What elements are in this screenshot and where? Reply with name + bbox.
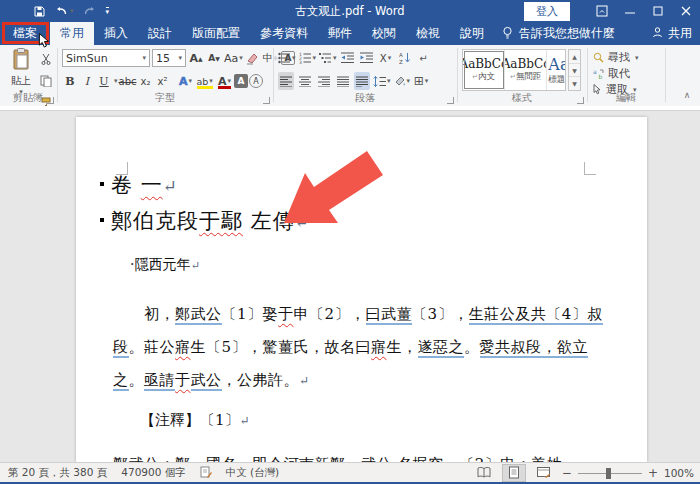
paste-button[interactable]: 貼上 ▾ [8,48,34,93]
align-right-icon[interactable] [316,72,332,90]
word-count-status[interactable]: 470900 個字 [121,466,185,480]
tab-references[interactable]: 參考資料 [250,22,318,45]
document-area: 卷 一↵鄭伯克段于鄢 左傳↵·隱西元年↵初，鄭武公〔1〕娶于申〔2〕，曰武薑〔3… [0,111,700,462]
styles-scroll-down-icon[interactable]: ▼ [569,64,580,78]
superscript-button[interactable]: x² [155,72,171,90]
language-status[interactable]: 中文 (台灣) [226,466,280,480]
doc-line[interactable]: 卷 一↵ [100,168,627,204]
line-spacing-icon[interactable]: ▾ [373,72,391,90]
multilevel-list-icon[interactable]: ▾ [319,49,337,67]
minimize-button[interactable] [616,0,644,22]
subscript-button[interactable]: x₂ [138,72,154,90]
font-dialog-launcher[interactable] [263,97,270,104]
style-no-spacing[interactable]: AaBbCc ↵無間距 [505,50,547,90]
ribbon-display-options-icon[interactable] [588,0,616,22]
copy-icon[interactable] [38,72,54,90]
enclose-characters-button[interactable]: A [249,74,263,88]
customize-quick-access-icon[interactable]: ▾ [106,7,110,16]
tab-mailings[interactable]: 郵件 [318,22,362,45]
tab-review[interactable]: 校閱 [362,22,406,45]
print-layout-icon[interactable] [502,464,526,482]
numbering-icon[interactable]: 123▾ [299,49,317,67]
change-case-button[interactable]: Aa▾ [224,49,243,67]
styles-dialog-launcher[interactable] [577,97,584,104]
highlight-color-button[interactable]: ab▾ [195,72,215,90]
doc-line[interactable]: 鄭伯克段于鄢 左傳↵ [100,204,627,240]
group-editing: 尋找▾ ab 取代 選取▾ 編輯 [588,45,664,106]
titlebar-controls: 登入 [524,0,700,22]
tell-me-box[interactable]: 告訴我您想做什麼 [494,22,623,45]
group-styles: AaBbCc ↵內文 AaBbCc ↵無間距 AaBt 標題 1 ▲ ▼ ▼ 樣… [458,45,586,106]
proofing-status-icon[interactable] [200,466,212,480]
distribute-icon[interactable] [354,72,370,90]
styles-more-icon[interactable]: ▼ [569,77,580,90]
align-left-icon[interactable] [278,72,294,90]
style-heading1[interactable]: AaBt 標題 1 [547,50,565,90]
save-icon[interactable] [34,6,45,17]
asian-layout-button[interactable]: X▾ [378,49,394,67]
character-shading-button[interactable]: A [234,74,248,88]
svg-text:b: b [599,73,603,79]
editing-group-label: 編輯 [588,91,664,105]
document-page[interactable]: 卷 一↵鄭伯克段于鄢 左傳↵·隱西元年↵初，鄭武公〔1〕娶于申〔2〕，曰武薑〔3… [76,117,647,462]
zoom-out-button[interactable]: − [562,466,572,480]
doc-line[interactable]: 之。亟請于武公，公弗許。↵ [113,364,627,398]
text-effects-button[interactable]: A▾ [178,72,194,90]
read-mode-icon[interactable] [472,464,496,482]
undo-icon[interactable]: ▾ [55,6,74,17]
justify-icon[interactable] [335,72,351,90]
tab-file[interactable]: 檔案 [0,22,50,45]
web-layout-icon[interactable] [532,464,556,482]
increase-indent-icon[interactable] [359,49,375,67]
font-name-select[interactable]: SimSun▾ [62,49,150,67]
zoom-level[interactable]: 100% [664,467,694,479]
tab-insert[interactable]: 插入 [94,22,138,45]
doc-line[interactable]: ·隱西元年↵ [130,254,627,276]
bold-button[interactable]: B [62,72,78,90]
zoom-slider[interactable] [578,464,642,482]
page-count-status[interactable]: 第 20 頁，共 380 頁 [8,466,107,480]
close-button[interactable] [672,0,700,22]
word-window: ▾ ▾ 古文观止.pdf - Word 登入 檔案 常用 [0,0,700,484]
sign-in-button[interactable]: 登入 [524,2,570,21]
collapse-ribbon-icon[interactable]: ∧ [679,86,695,104]
clipboard-dialog-launcher[interactable] [47,97,54,104]
tab-home[interactable]: 常用 [50,22,94,45]
zoom-slider-handle[interactable] [606,468,611,479]
tab-view[interactable]: 檢視 [406,22,450,45]
clear-formatting-icon[interactable] [245,49,261,67]
cut-icon[interactable] [38,50,54,68]
shrink-font-button[interactable]: A▼ [206,49,222,67]
decrease-indent-icon[interactable] [340,49,356,67]
tab-help[interactable]: 說明 [450,22,494,45]
paragraph-dialog-launcher[interactable] [447,97,454,104]
grow-font-button[interactable]: A▲ [188,49,204,67]
font-size-select[interactable]: 15▾ [152,49,186,67]
quick-access-toolbar: ▾ ▾ [34,6,109,17]
styles-scroll-up-icon[interactable]: ▲ [569,50,580,64]
style-normal[interactable]: AaBbCc ↵內文 [463,50,505,90]
tab-layout[interactable]: 版面配置 [182,22,250,45]
replace-button[interactable]: ab 取代 [593,66,630,81]
maximize-button[interactable] [644,0,672,22]
shading-icon[interactable]: ▾ [394,72,411,90]
strikethrough-button[interactable]: abc [119,72,137,90]
doc-line[interactable]: 鄭武公：鄭，國名。即今河南新鄭。武公,名掘突。〔2〕申：姜姓 [113,453,627,462]
show-marks-icon[interactable]: ↵ [416,49,432,67]
find-button[interactable]: 尋找▾ [593,50,639,65]
sort-icon[interactable]: AZ [397,49,413,67]
redo-icon[interactable] [84,6,96,17]
underline-button[interactable]: U [96,72,112,90]
doc-line[interactable]: 【注釋】〔1〕↵ [140,409,627,432]
italic-button[interactable]: I [79,72,95,90]
share-button[interactable]: 共用 [652,22,692,45]
borders-icon[interactable]: ⊞▾ [413,72,429,90]
align-center-icon[interactable] [297,72,313,90]
bullets-icon[interactable]: ▾ [278,49,296,67]
document-text: 卷 一↵鄭伯克段于鄢 左傳↵·隱西元年↵初，鄭武公〔1〕娶于申〔2〕，曰武薑〔3… [100,168,627,462]
zoom-in-button[interactable]: + [648,466,658,480]
font-color-button[interactable]: A▾ [216,72,233,90]
doc-line[interactable]: 段。莊公寤生〔5〕，驚薑氏，故名曰寤生，遂惡之。愛共叔段，欲立 [113,331,627,364]
tab-design[interactable]: 設計 [138,22,182,45]
doc-line[interactable]: 初，鄭武公〔1〕娶于申〔2〕，曰武薑〔3〕，生莊公及共〔4〕叔 [113,298,627,331]
